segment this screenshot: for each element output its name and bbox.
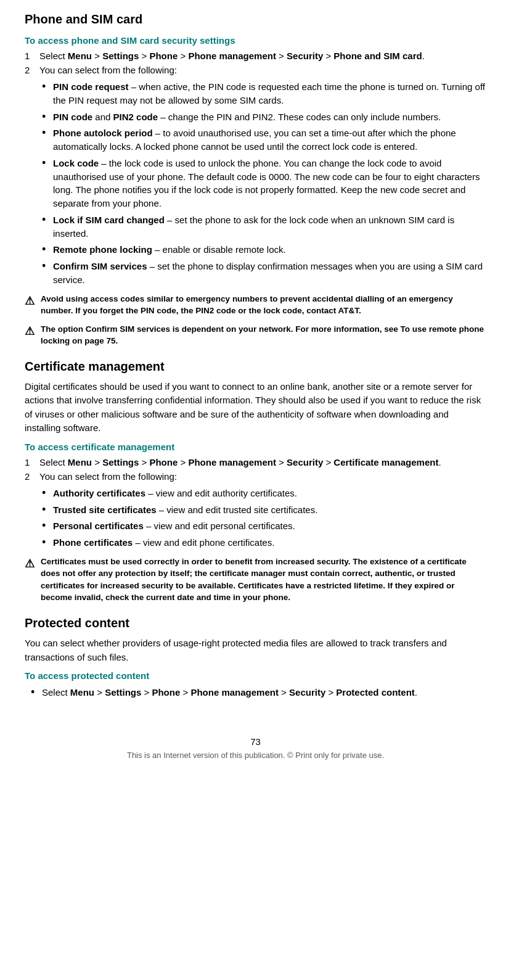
lock-code-term: Lock code xyxy=(53,158,99,168)
phone-certs-term: Phone certificates xyxy=(53,537,133,548)
security-bold: Security xyxy=(287,51,323,61)
cert-step-1: 1 Select Menu > Settings > Phone > Phone… xyxy=(25,457,486,467)
pin-request-term: PIN code request xyxy=(53,81,129,92)
confirm-sim-term: Confirm SIM services xyxy=(53,261,147,271)
section1-steps: 1 Select Menu > Settings > Phone > Phone… xyxy=(25,51,486,75)
bullet-pin-request: • PIN code request – when active, the PI… xyxy=(42,80,486,107)
section1-heading: To access phone and SIM card security se… xyxy=(25,35,486,46)
page-footer: 73 This is an Internet version of this p… xyxy=(25,736,486,760)
bullet-lock-code: • Lock code – the lock code is used to u… xyxy=(42,157,486,210)
settings-bold: Settings xyxy=(102,51,139,61)
warning-1: ⚠ Avoid using access codes similar to em… xyxy=(25,293,486,317)
phone-bold: Phone xyxy=(149,51,178,61)
bullet-pin-code: • PIN code and PIN2 code – change the PI… xyxy=(42,110,486,124)
section2-steps: 1 Select Menu > Settings > Phone > Phone… xyxy=(25,457,486,482)
authority-certs-term: Authority certificates xyxy=(53,488,145,498)
c-phone-mgmt-bold: Phone management xyxy=(188,457,276,467)
section3-bullet-list: • Select Menu > Settings > Phone > Phone… xyxy=(31,686,486,699)
warning-1-text: Avoid using access codes similar to emer… xyxy=(41,293,486,317)
step-1-text: Select Menu > Settings > Phone > Phone m… xyxy=(39,51,425,61)
protected-bullet-text: Select Menu > Settings > Phone > Phone m… xyxy=(42,686,417,699)
phone-sim-bold: Phone and SIM card xyxy=(333,51,422,61)
trusted-site-term: Trusted site certificates xyxy=(53,504,157,515)
c-menu-bold: Menu xyxy=(68,457,92,467)
step-2: 2 You can select from the following: xyxy=(25,65,486,75)
cert-step-1-text: Select Menu > Settings > Phone > Phone m… xyxy=(39,457,441,467)
cert-mgmt-body: Digital certificates should be used if y… xyxy=(25,380,486,435)
c-settings-bold: Settings xyxy=(102,457,139,467)
cert-mgmt-title: Certificate management xyxy=(25,360,486,374)
step-1: 1 Select Menu > Settings > Phone > Phone… xyxy=(25,51,486,61)
section1-bullets: • PIN code request – when active, the PI… xyxy=(42,80,486,287)
c-phone-bold: Phone xyxy=(149,457,178,467)
c-security-bold: Security xyxy=(287,457,323,467)
protected-content-body: You can select whether providers of usag… xyxy=(25,636,486,664)
section2-bullets: • Authority certificates – view and edit… xyxy=(42,487,486,550)
autolock-term: Phone autolock period xyxy=(53,128,153,138)
warning-2-text: The option Confirm SIM services is depen… xyxy=(41,323,486,347)
page-number: 73 xyxy=(25,736,486,747)
sim-changed-term: Lock if SIM card changed xyxy=(53,215,165,225)
step-num-1: 1 xyxy=(25,51,35,61)
bullet-sim-changed: • Lock if SIM card changed – set the pho… xyxy=(42,213,486,241)
p-settings-bold: Settings xyxy=(105,687,141,698)
page-title: Phone and SIM card xyxy=(25,12,486,27)
p-menu-bold: Menu xyxy=(70,687,94,698)
warning-icon-cert: ⚠ xyxy=(25,556,36,604)
cert-step-num-2: 2 xyxy=(25,471,35,482)
bullet-trusted-site-certs: • Trusted site certificates – view and e… xyxy=(42,503,486,517)
bullet-authority-certs: • Authority certificates – view and edit… xyxy=(42,487,486,500)
p-security-bold: Security xyxy=(289,687,325,698)
bullet-remote-lock: • Remote phone locking – enable or disab… xyxy=(42,243,486,257)
p-phone-bold: Phone xyxy=(152,687,180,698)
bullet-confirm-sim: • Confirm SIM services – set the phone t… xyxy=(42,260,486,287)
cert-step-num-1: 1 xyxy=(25,457,35,467)
warning-icon-2: ⚠ xyxy=(25,323,36,347)
bullet-autolock: • Phone autolock period – to avoid unaut… xyxy=(42,126,486,154)
pin2-code-term: PIN2 code xyxy=(113,112,158,122)
cert-step-2: 2 You can select from the following: xyxy=(25,471,486,482)
bullet-personal-certs: • Personal certificates – view and edit … xyxy=(42,519,486,533)
cert-step-2-text: You can select from the following: xyxy=(39,471,177,482)
step-2-text: You can select from the following: xyxy=(39,65,177,75)
p-phone-mgmt-bold: Phone management xyxy=(190,687,279,698)
bullet-phone-certs: • Phone certificates – view and edit pho… xyxy=(42,536,486,550)
warning-icon-1: ⚠ xyxy=(25,293,36,317)
warning-cert: ⚠ Certificates must be used correctly in… xyxy=(25,556,486,604)
menu-bold: Menu xyxy=(68,51,92,61)
warning-2: ⚠ The option Confirm SIM services is dep… xyxy=(25,323,486,347)
pin-code-term: PIN code xyxy=(53,112,92,122)
footer-note: This is an Internet version of this publ… xyxy=(25,751,486,760)
c-cert-mgmt-bold: Certificate management xyxy=(333,457,438,467)
remote-lock-term: Remote phone locking xyxy=(53,244,152,255)
warning-cert-text: Certificates must be used correctly in o… xyxy=(41,556,486,604)
p-protected-bold: Protected content xyxy=(336,687,415,698)
protected-access-heading: To access protected content xyxy=(25,670,486,681)
protected-content-title: Protected content xyxy=(25,616,486,630)
step-num-2: 2 xyxy=(25,65,35,75)
phone-mgmt-bold: Phone management xyxy=(188,51,276,61)
personal-certs-term: Personal certificates xyxy=(53,521,144,531)
protected-bullet: • Select Menu > Settings > Phone > Phone… xyxy=(31,686,486,699)
cert-access-heading: To access certificate management xyxy=(25,442,486,452)
